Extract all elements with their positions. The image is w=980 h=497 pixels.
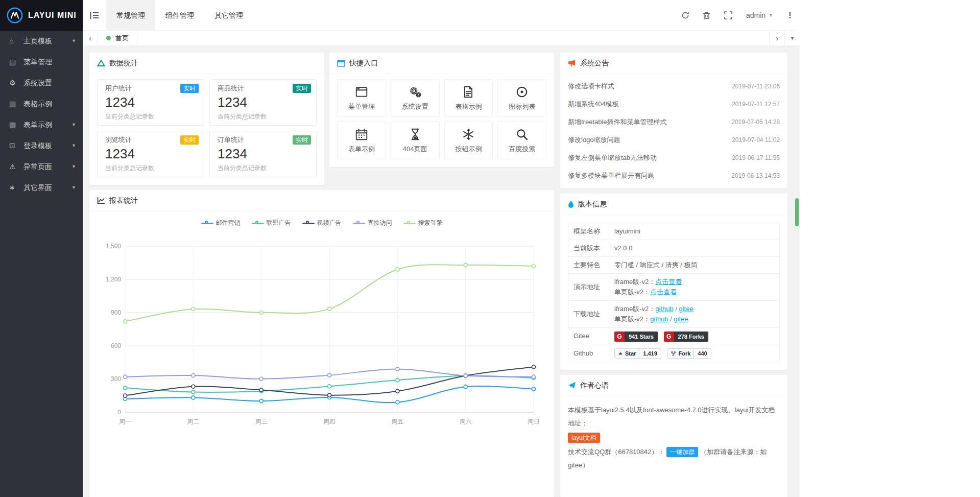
announcement-text: 修改选项卡样式 <box>568 82 614 91</box>
chevron-down-icon: ▼ <box>71 177 76 198</box>
card-title: 作者心语 <box>580 381 609 390</box>
quick-label: 表单示例 <box>348 145 375 154</box>
realtime-badge: 实时 <box>293 135 311 145</box>
gitee-forks-badge[interactable]: G 278 Forks <box>664 332 708 342</box>
quick-entry-buttons[interactable]: 按钮示例 <box>444 122 493 159</box>
svg-text:900: 900 <box>111 309 121 316</box>
announcement-text: 修复多模块菜单栏展开有问题 <box>568 171 654 180</box>
svg-text:周六: 周六 <box>460 418 472 425</box>
sidebar-item-table-example[interactable]: ▥ 表格示例 <box>0 93 83 114</box>
table-row: Github ★Star 1,419 <box>568 345 780 362</box>
header-tab-regular[interactable]: 常规管理 <box>106 0 155 30</box>
gitee-badges-cell: G 941 Stars G 278 Forks <box>609 328 780 345</box>
refresh-button[interactable] <box>675 0 696 30</box>
announcement-item[interactable]: 新增系统404模板 2019-07-11 12:57 <box>568 95 780 113</box>
sidebar-item-form-example[interactable]: ▦ 表单示例 ▼ <box>0 114 83 135</box>
gitee-stars-badge[interactable]: G 941 Stars <box>614 332 658 342</box>
demo-links-cell: iframe版-v2：点击查看 单页版-v2：点击查看 <box>609 274 780 301</box>
tabs-menu-button[interactable]: ▼ <box>784 31 800 45</box>
demo-iframe-link[interactable]: 点击查看 <box>655 278 682 286</box>
legend-item-video[interactable]: 视频广告 <box>302 219 342 227</box>
stat-box-orders[interactable]: 订单统计 1234 当前分类总记录数 实时 <box>209 131 317 177</box>
sidebar-item-system-settings[interactable]: ⚙ 系统设置 <box>0 73 83 93</box>
quick-entry-table[interactable]: 表格示例 <box>444 79 493 117</box>
scrollbar-thumb[interactable] <box>795 198 799 226</box>
stat-box-products[interactable]: 商品统计 1234 当前分类总记录数 实时 <box>209 79 317 126</box>
collapse-menu-icon <box>90 11 99 19</box>
tab-home-label: 首页 <box>115 34 129 43</box>
download-iframe-github-link[interactable]: github <box>655 305 673 313</box>
table-row: 主要特色 零门槛 / 响应式 / 清爽 / 极简 <box>568 257 780 274</box>
svg-text:1,500: 1,500 <box>106 243 121 250</box>
sidebar-item-menu-management[interactable]: ▤ 菜单管理 <box>0 52 83 73</box>
legend-item-email[interactable]: 邮件营销 <box>201 219 241 227</box>
target-icon <box>515 85 529 99</box>
announcement-item[interactable]: 修复多模块菜单栏展开有问题 2019-06-13 14:53 <box>568 167 780 184</box>
quick-entry-settings[interactable]: 系统设置 <box>391 79 440 117</box>
scrollbar-track[interactable] <box>795 46 799 497</box>
layui-docs-badge[interactable]: layui文档 <box>568 433 600 443</box>
stat-desc: 当前分类总记录数 <box>105 164 196 173</box>
tabs-scroll-right-button[interactable]: › <box>769 31 784 45</box>
github-fork-badge[interactable]: Fork 440 <box>667 348 711 359</box>
announcement-date: 2019-06-13 14:53 <box>731 172 780 179</box>
stats-grid: 用户统计 1234 当前分类总记录数 实时 商品统计 1234 当前分类总记录数… <box>89 74 324 185</box>
download-iframe-gitee-link[interactable]: gitee <box>679 305 693 313</box>
header-tab-components[interactable]: 组件管理 <box>155 0 204 30</box>
quick-label: 系统设置 <box>402 102 428 111</box>
sidebar-item-home-template[interactable]: ⌂ 主页模板 ▼ <box>0 31 83 52</box>
tab-home[interactable]: 首页 <box>98 31 137 45</box>
stat-box-users[interactable]: 用户统计 1234 当前分类总记录数 实时 <box>97 79 204 126</box>
announcement-item[interactable]: 修改选项卡样式 2019-07-11 23:06 <box>568 77 780 95</box>
sidebar-item-other-ui[interactable]: ∗ 其它界面 ▼ <box>0 177 83 198</box>
quick-entry-icons[interactable]: 图标列表 <box>497 79 546 117</box>
quick-entry-baidu-search[interactable]: 百度搜索 <box>497 122 546 159</box>
quick-entry-form[interactable]: 表单示例 <box>337 122 386 159</box>
announcement-item[interactable]: 修改logo缩放问题 2019-07-04 11:02 <box>568 131 780 149</box>
calendar-icon <box>355 128 368 141</box>
sidebar-item-label: 表单示例 <box>23 121 52 129</box>
fork-icon <box>671 351 676 357</box>
quick-entry-card: 快捷入口 菜单管理 <box>329 53 554 167</box>
logo[interactable]: LAYUI MINI <box>0 0 83 31</box>
legend-item-search-engine[interactable]: 搜索引擎 <box>403 219 443 227</box>
download-spa-g itee-link[interactable]: gitee <box>674 315 688 323</box>
legend-marker <box>403 220 416 226</box>
report-line-chart: 周一周二周三周四周五周六周日03006009001,2001,500 <box>97 228 546 430</box>
clear-cache-button[interactable] <box>696 0 718 30</box>
quick-entry-menu[interactable]: 菜单管理 <box>337 79 386 117</box>
window-icon <box>355 85 368 99</box>
announcement-item[interactable]: 新增treetable插件和菜单管理样式 2019-07-05 14:28 <box>568 113 780 131</box>
quick-entry-404[interactable]: 404页面 <box>391 122 440 159</box>
legend-item-direct[interactable]: 直接访问 <box>353 219 392 227</box>
sidebar-toggle-button[interactable] <box>83 0 106 30</box>
legend-marker <box>252 220 264 226</box>
stat-box-views[interactable]: 浏览统计 1234 当前分类总记录数 实时 <box>97 131 204 177</box>
sidebar-item-error-pages[interactable]: ⚠ 异常页面 ▼ <box>0 156 83 177</box>
gitee-logo: G <box>614 332 625 342</box>
demo-spa-link[interactable]: 点击查看 <box>650 288 677 296</box>
github-star-badge[interactable]: ★Star 1,419 <box>614 348 661 359</box>
user-menu[interactable]: admin ▼ <box>739 0 780 30</box>
card-title: 版本信息 <box>578 200 607 209</box>
fullscreen-button[interactable] <box>718 0 739 30</box>
menu-icon: ▤ <box>9 52 21 73</box>
legend-item-affiliate[interactable]: 联盟广告 <box>252 219 291 227</box>
row-label: 下载地址 <box>568 301 609 328</box>
tabs-scroll-left-button[interactable]: ‹ <box>83 31 98 45</box>
report-chart-card: 报表统计 邮件营销 联盟广告 视频广告 <box>89 190 554 497</box>
search-icon <box>515 128 529 141</box>
header-tab-other[interactable]: 其它管理 <box>204 0 253 30</box>
stat-desc: 当前分类总记录数 <box>218 164 308 173</box>
more-menu-button[interactable]: ⋮ <box>780 0 800 30</box>
table-row: 框架名称 layuimini <box>568 223 780 240</box>
sidebar-item-login-template[interactable]: ⊡ 登录模板 ▼ <box>0 135 83 156</box>
legend-marker <box>353 220 365 226</box>
join-qq-group-badge[interactable]: 一键加群 <box>666 447 698 457</box>
download-links-cell: iframe版-v2：github / gitee 单页版-v2：github … <box>609 301 780 328</box>
realtime-badge: 实时 <box>180 135 199 145</box>
file-icon <box>462 85 475 99</box>
line-chart-icon <box>97 197 105 204</box>
announcement-item[interactable]: 修复左侧菜单缩放tab无法移动 2019-06-17 11:55 <box>568 149 780 167</box>
download-spa-github-link[interactable]: github <box>650 315 668 323</box>
